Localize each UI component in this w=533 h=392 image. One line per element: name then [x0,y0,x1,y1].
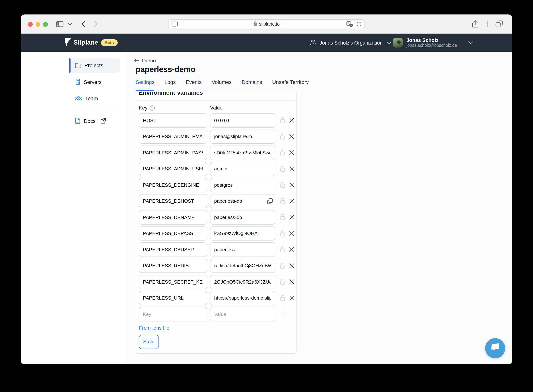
lock-icon[interactable] [280,166,285,172]
tab-settings[interactable]: Settings [136,79,154,91]
copy-icon[interactable] [267,198,273,204]
remove-icon[interactable] [289,279,294,285]
env-value-input[interactable] [210,113,275,127]
lock-icon[interactable] [280,149,285,156]
remove-icon[interactable] [289,199,294,204]
env-key-input[interactable] [139,259,207,273]
user-chevron-down-icon[interactable] [468,41,473,44]
remove-icon[interactable] [289,166,294,172]
sidebar-item-projects[interactable]: Projects [69,58,120,73]
toolbar-chevron-down-icon[interactable] [68,23,72,26]
lock-icon[interactable] [280,262,285,269]
tab-overview-icon[interactable] [496,20,503,28]
env-value-input[interactable] [210,145,275,160]
env-key-input[interactable] [139,162,207,176]
remove-icon[interactable] [289,247,294,252]
tab-unsafe-territory[interactable]: Unsafe Territory [272,79,309,91]
env-key-input[interactable] [139,194,207,208]
user-email: jonas.scholz@bbscholz.de [406,43,457,48]
remove-icon[interactable] [289,182,294,188]
zoom-button[interactable] [43,22,48,27]
env-value-input[interactable] [210,259,275,273]
remove-icon[interactable] [289,263,294,268]
remove-icon[interactable] [289,231,294,236]
save-button[interactable]: Save [139,335,159,349]
scroll-viewport[interactable]: Environment Variables Key ? Value [136,92,468,364]
external-link-icon [100,118,106,124]
env-key-input[interactable] [139,113,207,127]
lock-icon[interactable] [280,279,285,285]
sidebar-toggle-icon[interactable] [56,21,64,27]
env-key-input[interactable] [139,307,207,321]
share-icon[interactable] [472,20,478,28]
lock-icon[interactable] [280,295,285,301]
reader-icon[interactable] [171,21,178,28]
env-value-input[interactable] [210,243,275,257]
env-value-input[interactable] [210,275,275,289]
env-variable-row [139,259,293,273]
address-bar[interactable]: sliplane.io A✕ [168,19,365,29]
user-menu[interactable]: Jonas Scholz jonas.scholz@bbscholz.de [393,34,457,51]
env-variable-row [139,307,293,321]
sidebar: Projects Servers Team [21,51,125,364]
breadcrumb[interactable]: Demo [134,57,156,64]
forward-button[interactable] [94,20,98,27]
env-value-input[interactable] [210,226,275,241]
lock-icon[interactable] [280,117,285,124]
env-rows [139,113,293,321]
lock-icon[interactable] [280,230,285,237]
close-button[interactable] [28,22,32,27]
org-switcher[interactable]: Jonas Scholz's Organization [310,34,391,51]
help-icon[interactable]: ? [150,105,155,110]
remove-icon[interactable] [289,150,294,155]
tls-lock-icon [253,21,257,27]
env-variable-row [139,210,293,224]
translate-icon[interactable]: A✕ [346,21,353,28]
env-value-input[interactable] [210,291,275,305]
env-key-input[interactable] [139,291,207,305]
reload-icon[interactable] [356,21,362,28]
environment-variables-card: Environment Variables Key ? Value [136,92,297,354]
env-key-input[interactable] [139,129,207,144]
remove-icon[interactable] [289,295,294,301]
sidebar-item-servers[interactable]: Servers [69,75,120,89]
sidebar-item-label: Servers [84,79,102,85]
sidebar-item-docs[interactable]: Docs [69,114,120,128]
lock-icon[interactable] [280,198,285,205]
add-variable-icon[interactable] [281,311,287,317]
env-key-input[interactable] [139,210,207,224]
env-key-input[interactable] [139,145,207,160]
tab-volumes[interactable]: Volumes [212,79,232,91]
chat-widget-button[interactable] [485,338,505,358]
env-value-input[interactable] [210,194,275,208]
lock-icon[interactable] [280,133,285,140]
env-key-input[interactable] [139,178,207,192]
remove-icon[interactable] [289,118,294,123]
lock-icon[interactable] [280,246,285,253]
back-button[interactable] [81,20,85,27]
env-value-input[interactable] [210,307,275,321]
tab-events[interactable]: Events [186,79,202,91]
env-value-input[interactable] [210,162,275,176]
env-value-input[interactable] [210,210,275,224]
lock-icon[interactable] [280,182,285,188]
tab-domains[interactable]: Domains [242,79,262,91]
remove-icon[interactable] [289,215,294,220]
minimize-button[interactable] [35,22,40,27]
env-variable-row [139,291,293,305]
brand[interactable]: Sliplane Beta [65,34,117,51]
from-env-file-link[interactable]: From .env file [139,325,169,331]
new-tab-icon[interactable] [484,21,490,27]
remove-icon[interactable] [289,134,294,139]
env-key-input[interactable] [139,275,207,289]
env-key-input[interactable] [139,243,207,257]
env-value-input[interactable] [210,129,275,144]
env-variable-row [139,145,293,160]
env-key-input[interactable] [139,226,207,241]
lock-icon[interactable] [280,214,285,221]
tab-logs[interactable]: Logs [164,79,176,91]
document-icon [75,118,80,124]
sidebar-item-team[interactable]: Team [69,91,120,105]
env-value-input[interactable] [210,178,275,192]
breadcrumb-label: Demo [142,57,156,64]
